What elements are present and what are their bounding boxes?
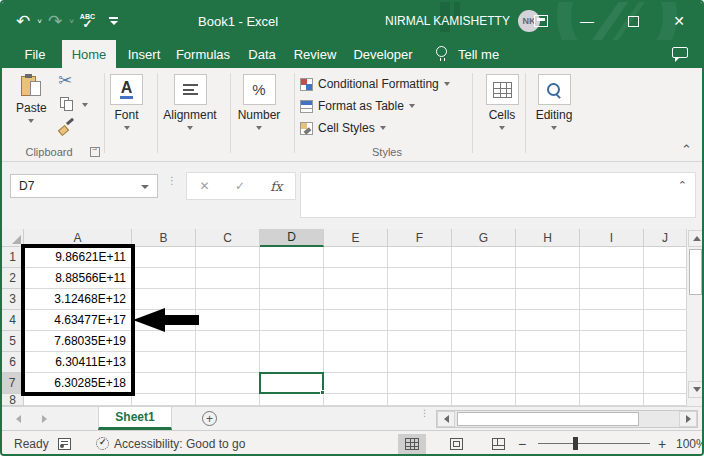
accessibility-checker-button[interactable]: [96, 431, 109, 456]
cell-c4[interactable]: [196, 310, 260, 331]
cell-h7[interactable]: [516, 373, 580, 394]
format-painter-icon[interactable]: [58, 120, 74, 134]
name-box[interactable]: D7: [10, 174, 158, 198]
cell-c8[interactable]: [196, 394, 260, 406]
alignment-dropdown-icon[interactable]: [187, 126, 193, 130]
next-sheet-button[interactable]: [42, 415, 47, 423]
cell-b8[interactable]: [132, 394, 196, 406]
cell-d5[interactable]: [260, 331, 324, 352]
cell-b5[interactable]: [132, 331, 196, 352]
cell-h4[interactable]: [516, 310, 580, 331]
tab-review[interactable]: Review: [292, 40, 338, 68]
format-as-table-button[interactable]: Format as Table: [300, 99, 415, 113]
cell-f2[interactable]: [388, 268, 452, 289]
copy-icon[interactable]: [60, 97, 73, 111]
alignment-group-button[interactable]: Alignment: [163, 74, 217, 130]
tell-me-box[interactable]: Tell me: [454, 40, 503, 68]
clipboard-dialog-launcher[interactable]: [90, 147, 100, 157]
cell-d3[interactable]: [260, 289, 324, 310]
cell-j6[interactable]: [644, 352, 687, 373]
cell-g6[interactable]: [452, 352, 516, 373]
zoom-level[interactable]: 100%: [676, 431, 704, 456]
column-header-c[interactable]: C: [196, 229, 260, 247]
cell-d6[interactable]: [260, 352, 324, 373]
vertical-scrollbar[interactable]: [686, 229, 704, 406]
conditional-formatting-button[interactable]: Conditional Formatting: [300, 77, 450, 91]
minimize-button[interactable]: —: [564, 2, 610, 40]
page-break-view-button[interactable]: [484, 434, 512, 454]
customize-qat-button[interactable]: [109, 17, 118, 25]
cell-f5[interactable]: [388, 331, 452, 352]
cell-f1[interactable]: [388, 247, 452, 268]
cell-h8[interactable]: [516, 394, 580, 406]
cell-f3[interactable]: [388, 289, 452, 310]
number-dropdown-icon[interactable]: [256, 126, 262, 130]
cell-c1[interactable]: [196, 247, 260, 268]
tab-insert[interactable]: Insert: [124, 40, 164, 68]
cell-b2[interactable]: [132, 268, 196, 289]
cell-b3[interactable]: [132, 289, 196, 310]
close-button[interactable]: ✕: [656, 2, 702, 40]
cell-i8[interactable]: [580, 394, 644, 406]
cell-i3[interactable]: [580, 289, 644, 310]
cell-g2[interactable]: [452, 268, 516, 289]
cell-i6[interactable]: [580, 352, 644, 373]
zoom-in-button[interactable]: +: [658, 431, 666, 456]
cell-b7[interactable]: [132, 373, 196, 394]
cell-e7[interactable]: [324, 373, 388, 394]
cell-e5[interactable]: [324, 331, 388, 352]
cell-e8[interactable]: [324, 394, 388, 406]
cell-j4[interactable]: [644, 310, 687, 331]
previous-sheet-button[interactable]: [16, 415, 21, 423]
number-group-button[interactable]: % Number: [235, 74, 283, 130]
cell-j2[interactable]: [644, 268, 687, 289]
cell-styles-button[interactable]: Cell Styles: [300, 121, 386, 135]
paste-button[interactable]: Paste: [16, 74, 47, 123]
cell-e1[interactable]: [324, 247, 388, 268]
tab-formulas[interactable]: Formulas: [174, 40, 232, 68]
formula-bar-grip[interactable]: ⋮: [167, 178, 177, 183]
cell-i2[interactable]: [580, 268, 644, 289]
tab-developer[interactable]: Developer: [352, 40, 414, 68]
cell-c2[interactable]: [196, 268, 260, 289]
column-header-d[interactable]: D: [260, 229, 324, 247]
zoom-slider-thumb[interactable]: [573, 437, 578, 450]
column-header-f[interactable]: F: [388, 229, 452, 247]
horizontal-scroll-thumb[interactable]: [457, 412, 639, 426]
cell-i5[interactable]: [580, 331, 644, 352]
selected-cell-d7[interactable]: [259, 372, 324, 394]
spelling-button[interactable]: ABC✓: [78, 9, 97, 33]
maximize-button[interactable]: [610, 2, 656, 40]
cell-j3[interactable]: [644, 289, 687, 310]
cell-h6[interactable]: [516, 352, 580, 373]
cell-h5[interactable]: [516, 331, 580, 352]
add-sheet-button[interactable]: +: [202, 411, 217, 426]
redo-button[interactable]: ↷: [46, 9, 64, 33]
cell-f6[interactable]: [388, 352, 452, 373]
redo-dropdown-icon[interactable]: ˅: [69, 17, 74, 26]
tab-home[interactable]: Home: [62, 40, 116, 68]
cell-g4[interactable]: [452, 310, 516, 331]
tab-data[interactable]: Data: [245, 40, 279, 68]
tab-file[interactable]: File: [16, 40, 54, 68]
feedback-comment-icon[interactable]: [672, 47, 688, 58]
editing-dropdown-icon[interactable]: [551, 126, 557, 130]
cell-f4[interactable]: [388, 310, 452, 331]
zoom-out-button[interactable]: −: [518, 431, 526, 456]
cell-c3[interactable]: [196, 289, 260, 310]
font-dropdown-icon[interactable]: [124, 126, 130, 130]
cell-f7[interactable]: [388, 373, 452, 394]
cell-f8[interactable]: [388, 394, 452, 406]
cell-d2[interactable]: [260, 268, 324, 289]
scroll-down-button[interactable]: [688, 381, 704, 398]
font-group-button[interactable]: A Font: [110, 74, 143, 130]
cell-h1[interactable]: [516, 247, 580, 268]
page-layout-view-button[interactable]: [442, 434, 470, 454]
cell-d4[interactable]: [260, 310, 324, 331]
insert-function-icon[interactable]: fx: [270, 179, 282, 194]
cell-c6[interactable]: [196, 352, 260, 373]
column-header-i[interactable]: I: [580, 229, 644, 247]
cut-icon[interactable]: ✂: [58, 72, 72, 89]
undo-button[interactable]: ↶: [14, 9, 32, 33]
cell-h3[interactable]: [516, 289, 580, 310]
